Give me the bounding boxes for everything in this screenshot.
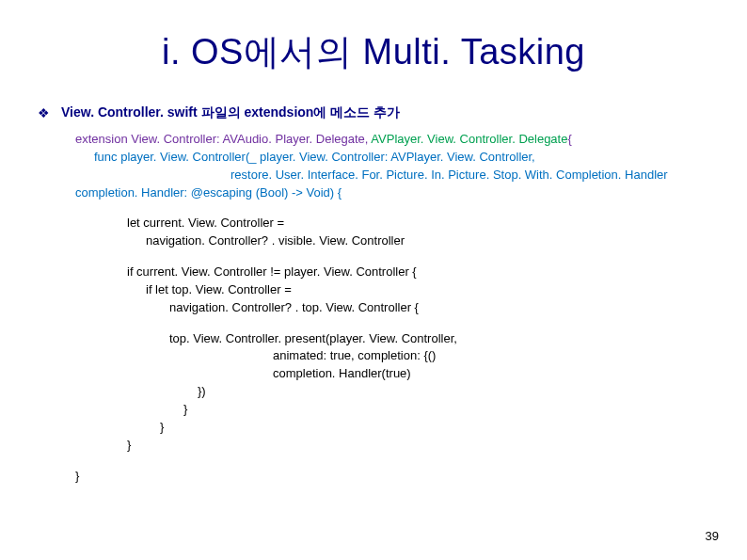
code-line: })	[75, 383, 709, 401]
code-block: extension View. Controller: AVAudio. Pla…	[75, 131, 709, 485]
code-line: if let top. View. Controller =	[75, 281, 709, 299]
code-line: }	[75, 419, 709, 437]
content-area: ❖ View. Controller. swift 파일의 extendsion…	[38, 104, 709, 485]
code-line: extension View. Controller: AVAudio. Pla…	[75, 131, 709, 149]
page-number: 39	[706, 529, 719, 543]
code-text: AVPlayer. View. Controller. Delegate	[371, 132, 567, 146]
code-line: navigation. Controller? . top. View. Con…	[75, 299, 709, 317]
code-line: }	[75, 468, 709, 486]
code-line: }	[75, 437, 709, 455]
code-line: completion. Handler: @escaping (Bool) ->…	[75, 184, 709, 202]
code-text: extension View. Controller: AVAudio. Pla…	[75, 132, 371, 146]
slide-title: i. OS에서의 Multi. Tasking	[38, 28, 709, 76]
subtitle-row: ❖ View. Controller. swift 파일의 extendsion…	[38, 104, 709, 121]
code-line: top. View. Controller. present(player. V…	[75, 330, 709, 348]
code-line: navigation. Controller? . visible. View.…	[75, 232, 709, 250]
code-line: restore. User. Interface. For. Picture. …	[75, 167, 709, 184]
code-line: completion. Handler(true)	[75, 365, 709, 383]
code-text: {	[567, 132, 571, 146]
code-line: func player. View. Controller(_ player. …	[75, 149, 709, 167]
subtitle-text: View. Controller. swift 파일의 extendsion에 …	[61, 104, 400, 121]
diamond-bullet-icon: ❖	[38, 105, 50, 120]
code-line: }	[75, 401, 709, 419]
code-line: if current. View. Controller != player. …	[75, 264, 709, 281]
code-line: let current. View. Controller =	[75, 215, 709, 232]
code-line: animated: true, completion: {()	[75, 347, 709, 365]
